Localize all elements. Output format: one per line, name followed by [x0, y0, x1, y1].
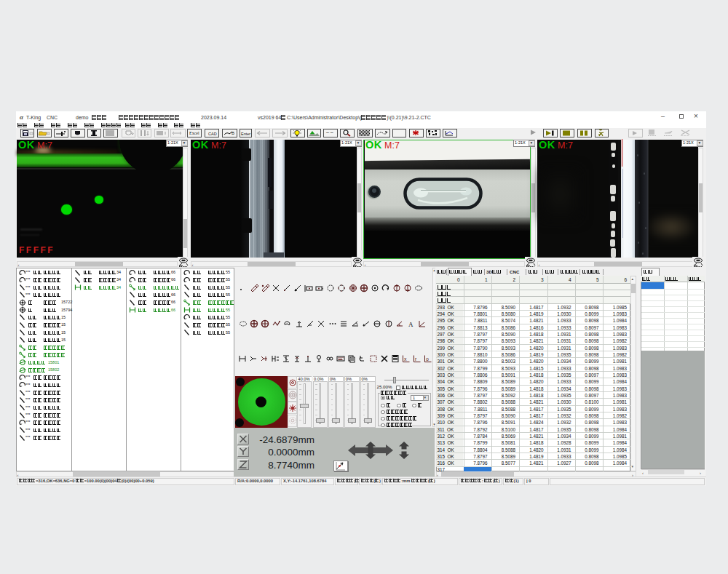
- svg-text:B: B: [232, 131, 234, 135]
- svg-text:A: A: [408, 320, 414, 327]
- svg-text:x: x: [404, 356, 407, 362]
- svg-text:r: r: [415, 356, 417, 362]
- svg-text:o: o: [426, 356, 429, 362]
